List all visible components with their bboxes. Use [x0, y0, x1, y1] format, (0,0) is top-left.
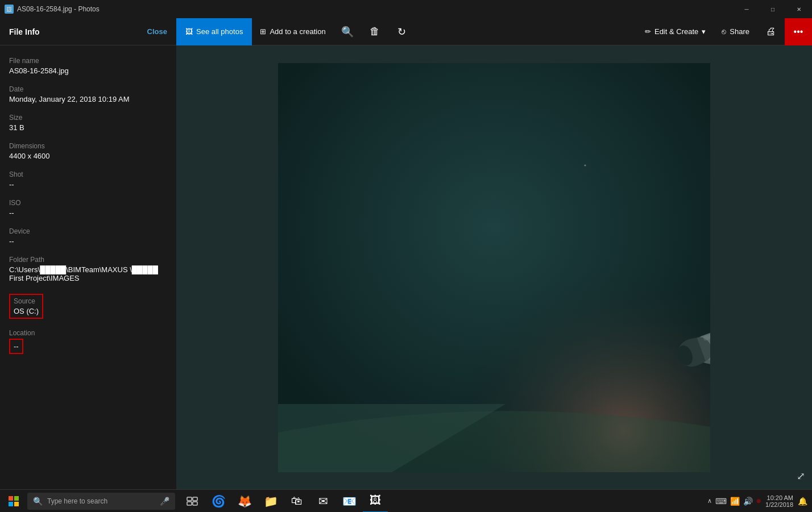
- file-info-panel: File name AS08-16-2584.jpg Date Monday, …: [0, 45, 176, 489]
- device-field: Device --: [9, 227, 167, 245]
- title-bar-controls: ─ □ ✕: [734, 0, 812, 18]
- shot-label: Shot: [9, 170, 167, 178]
- device-label: Device: [9, 227, 167, 235]
- share-label: Share: [730, 27, 749, 36]
- maximize-button[interactable]: □: [760, 0, 786, 18]
- volume-muted-indicator: ⊗: [756, 498, 761, 504]
- taskbar-right: ∧ ⌨ 📶 🔊 ⊗ 10:20 AM 1/22/2018 🔔: [707, 494, 812, 508]
- svg-rect-20: [14, 496, 19, 501]
- close-panel-button[interactable]: Close: [147, 27, 167, 36]
- zoom-icon: 🔍: [341, 26, 354, 38]
- unknown-app[interactable]: 📧: [337, 490, 362, 513]
- photo-area: ⤢: [176, 45, 812, 489]
- svg-rect-25: [187, 502, 192, 505]
- file-name-label: File name: [9, 57, 167, 65]
- edit-create-button[interactable]: ✏ Edit & Create ▾: [637, 18, 714, 45]
- time-display: 10:20 AM: [765, 494, 793, 501]
- system-tray: ∧ ⌨ 📶 🔊 ⊗: [707, 497, 761, 506]
- edge-app[interactable]: 🌀: [206, 490, 231, 513]
- app-icon: 🖼: [5, 5, 14, 14]
- date-display: 1/22/2018: [765, 501, 793, 508]
- zoom-button[interactable]: 🔍: [334, 18, 361, 45]
- trash-icon: 🗑: [370, 26, 380, 38]
- share-icon: ⎋: [722, 27, 726, 36]
- add-to-creation-label: Add to a creation: [270, 27, 325, 36]
- close-window-button[interactable]: ✕: [786, 0, 812, 18]
- source-label: Source: [14, 297, 39, 305]
- delete-button[interactable]: 🗑: [361, 18, 388, 45]
- toolbar: File Info Close 🖼 See all photos ⊞ Add t…: [0, 18, 812, 45]
- see-all-photos-button[interactable]: 🖼 See all photos: [176, 18, 252, 45]
- shot-value: --: [9, 180, 167, 189]
- source-highlighted-box: Source OS (C:): [9, 294, 43, 319]
- file-name-field: File name AS08-16-2584.jpg: [9, 57, 167, 75]
- photo-display: [278, 63, 710, 472]
- add-to-creation-button[interactable]: ⊞ Add to a creation: [252, 18, 333, 45]
- file-info-header: File Info Close: [0, 27, 176, 36]
- mic-icon: 🎤: [160, 497, 169, 506]
- svg-rect-24: [193, 497, 197, 501]
- clock[interactable]: 10:20 AM 1/22/2018: [765, 494, 793, 508]
- size-label: Size: [9, 114, 167, 122]
- rotate-button[interactable]: ↻: [388, 18, 416, 45]
- size-field: Size 31 B: [9, 114, 167, 132]
- title-bar-left: 🖼 AS08-16-2584.jpg - Photos: [5, 5, 100, 14]
- more-options-button[interactable]: •••: [785, 18, 812, 45]
- print-button[interactable]: 🖨: [757, 18, 785, 45]
- notification-icon[interactable]: 🔔: [798, 497, 807, 506]
- folder-path-label: Folder Path: [9, 256, 167, 264]
- folder-path-value: C:\Users\█████\BIMTeam\MAXUS \█████ Firs…: [9, 265, 167, 282]
- expand-button[interactable]: ⤢: [797, 470, 805, 482]
- minimize-button[interactable]: ─: [734, 0, 760, 18]
- photos-icon: 🖼: [185, 27, 193, 36]
- store-app[interactable]: 🛍: [284, 490, 309, 513]
- rotate-icon: ↻: [397, 26, 406, 38]
- file-name-value: AS08-16-2584.jpg: [9, 66, 167, 75]
- task-view-button[interactable]: [180, 490, 205, 513]
- folder-path-field: Folder Path C:\Users\█████\BIMTeam\MAXUS…: [9, 256, 167, 282]
- windows-icon: [9, 496, 19, 506]
- more-icon: •••: [794, 27, 803, 37]
- toolbar-right: ✏ Edit & Create ▾ ⎋ Share 🖨 •••: [637, 18, 812, 45]
- iso-label: ISO: [9, 199, 167, 207]
- chevron-down-icon: ▾: [702, 27, 706, 36]
- network-icon: 📶: [730, 497, 740, 506]
- dimensions-label: Dimensions: [9, 142, 167, 150]
- svg-point-18: [585, 164, 586, 166]
- location-value: --: [14, 342, 19, 351]
- device-value: --: [9, 237, 167, 245]
- dimensions-value: 4400 x 4600: [9, 152, 167, 160]
- size-value: 31 B: [9, 123, 167, 132]
- edit-create-label: Edit & Create: [654, 27, 698, 36]
- svg-rect-23: [187, 497, 192, 501]
- print-icon: 🖨: [766, 26, 776, 38]
- main-content: File name AS08-16-2584.jpg Date Monday, …: [0, 45, 812, 489]
- share-button[interactable]: ⎋ Share: [714, 18, 757, 45]
- firefox-app[interactable]: 🦊: [232, 490, 257, 513]
- location-label: Location: [9, 329, 167, 337]
- edit-icon: ✏: [645, 27, 651, 36]
- search-icon: 🔍: [33, 497, 43, 506]
- explorer-app[interactable]: 📁: [258, 490, 283, 513]
- taskbar-search-box[interactable]: 🔍 Type here to search 🎤: [27, 493, 175, 510]
- dimensions-field: Dimensions 4400 x 4600: [9, 142, 167, 160]
- chevron-up-icon[interactable]: ∧: [707, 497, 712, 505]
- svg-rect-19: [9, 496, 13, 501]
- svg-rect-22: [14, 502, 19, 506]
- source-value: OS (C:): [14, 307, 39, 315]
- keyboard-icon: ⌨: [715, 497, 727, 506]
- date-value: Monday, January 22, 2018 10:19 AM: [9, 95, 167, 103]
- location-value-box: --: [9, 339, 23, 354]
- search-placeholder: Type here to search: [47, 497, 107, 505]
- photos-app[interactable]: 🖼: [363, 490, 388, 513]
- location-field: Location --: [9, 329, 167, 354]
- source-field: Source OS (C:): [9, 293, 167, 319]
- start-button[interactable]: [0, 490, 27, 513]
- date-field: Date Monday, January 22, 2018 10:19 AM: [9, 85, 167, 103]
- taskbar-apps: 🌀 🦊 📁 🛍 ✉ 📧 🖼: [180, 490, 388, 513]
- see-all-photos-label: See all photos: [196, 27, 243, 36]
- mail-app[interactable]: ✉: [310, 490, 335, 513]
- window-title: AS08-16-2584.jpg - Photos: [17, 5, 100, 13]
- shot-field: Shot --: [9, 170, 167, 189]
- taskbar: 🔍 Type here to search 🎤 🌀 🦊 📁 🛍 ✉ 📧 🖼 ∧ …: [0, 489, 812, 512]
